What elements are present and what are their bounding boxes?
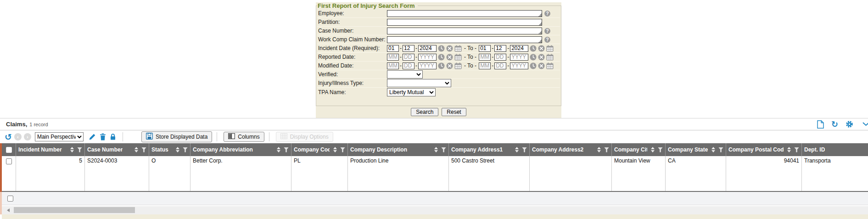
incident-from-year-input[interactable] <box>418 45 437 52</box>
undo-icon[interactable]: ↺ <box>5 133 12 141</box>
clear-icon[interactable] <box>538 54 545 61</box>
clock-icon[interactable] <box>438 45 445 52</box>
select-all-checkbox[interactable] <box>6 147 12 153</box>
modified-from-day-input[interactable] <box>403 62 414 69</box>
row-checkbox[interactable] <box>6 158 12 164</box>
filter-funnel-icon[interactable] <box>718 147 723 152</box>
clear-icon[interactable] <box>538 45 545 52</box>
sort-icon[interactable] <box>787 147 791 152</box>
lock-icon[interactable] <box>110 133 116 140</box>
reported-to-month-input[interactable] <box>479 54 491 61</box>
clear-icon[interactable] <box>446 45 453 52</box>
refresh-icon[interactable]: ↻ <box>831 120 838 129</box>
sort-icon[interactable] <box>277 147 280 152</box>
incident-from-day-input[interactable] <box>403 45 414 52</box>
column-header-company-postal-code[interactable]: Company Postal Code <box>726 143 802 156</box>
column-header-status[interactable]: Status <box>149 143 190 156</box>
sort-icon[interactable] <box>134 147 138 152</box>
clock-icon[interactable] <box>530 45 537 52</box>
verified-select[interactable] <box>387 70 423 79</box>
filter-funnel-icon[interactable] <box>604 147 609 152</box>
sort-icon[interactable] <box>434 147 438 152</box>
sort-icon[interactable] <box>597 147 601 152</box>
clock-icon[interactable] <box>438 62 445 69</box>
case-number-input[interactable] <box>387 28 542 34</box>
sort-icon[interactable] <box>176 147 179 152</box>
clear-icon[interactable] <box>446 62 453 69</box>
modified-to-day-input[interactable] <box>494 62 506 69</box>
edit-pencil-icon[interactable] <box>89 133 96 140</box>
select-all-header-cell[interactable] <box>2 143 16 156</box>
incident-to-day-input[interactable] <box>494 45 506 52</box>
sort-icon[interactable] <box>333 147 337 152</box>
reported-to-year-input[interactable] <box>510 54 528 61</box>
filter-funnel-icon[interactable] <box>340 147 345 152</box>
help-icon[interactable]: ? <box>544 28 550 34</box>
row-select-cell[interactable] <box>2 156 16 191</box>
column-header-company-abbreviation[interactable]: Company Abbreviation <box>190 143 291 156</box>
calendar-icon[interactable] <box>546 62 554 69</box>
new-document-icon[interactable] <box>817 120 824 129</box>
filter-funnel-icon[interactable] <box>658 147 663 152</box>
filter-funnel-icon[interactable] <box>522 147 527 152</box>
calendar-icon[interactable] <box>546 54 554 61</box>
perspective-select[interactable]: Main Perspective <box>35 132 84 141</box>
column-header-case-number[interactable]: Case Number <box>85 143 149 156</box>
delete-trash-icon[interactable] <box>100 133 106 140</box>
partition-input[interactable] <box>387 19 542 26</box>
injury-type-select[interactable] <box>387 79 451 87</box>
search-button[interactable]: Search <box>411 108 438 116</box>
column-header-company-state[interactable]: Company State <box>666 143 726 156</box>
clear-icon[interactable] <box>538 62 545 69</box>
help-icon[interactable]: ? <box>544 11 550 17</box>
calendar-icon[interactable] <box>454 54 462 61</box>
reset-button[interactable]: Reset <box>442 108 466 116</box>
settings-gear-icon[interactable] <box>846 120 853 128</box>
calendar-icon[interactable] <box>454 62 462 69</box>
employee-input[interactable] <box>387 10 542 17</box>
clock-icon[interactable] <box>530 62 537 69</box>
incident-from-month-input[interactable] <box>387 45 399 52</box>
grid-data-row[interactable]: 5S2024-0003OBetter Corp.PLProduction Lin… <box>2 156 868 192</box>
sort-icon[interactable] <box>515 147 519 152</box>
clear-icon[interactable] <box>446 54 453 61</box>
column-header-company-city[interactable]: Company City <box>612 143 666 156</box>
filter-funnel-icon[interactable] <box>77 147 82 152</box>
store-displayed-data-button[interactable]: Store Displayed Data <box>141 131 212 142</box>
column-header-incident-number[interactable]: Incident Number <box>16 143 85 156</box>
sort-icon[interactable] <box>70 147 74 152</box>
tpa-select[interactable]: Liberty Mutual <box>387 88 436 96</box>
calendar-icon[interactable] <box>546 45 554 52</box>
filter-funnel-icon[interactable] <box>141 147 146 152</box>
column-header-dept-id[interactable]: Dept. ID <box>802 143 868 156</box>
column-header-company-description[interactable]: Company Description <box>348 143 449 156</box>
scroll-left-arrow-icon[interactable] <box>7 208 10 212</box>
calendar-icon[interactable] <box>454 45 462 52</box>
reported-from-year-input[interactable] <box>418 54 437 61</box>
modified-to-year-input[interactable] <box>510 62 528 69</box>
horizontal-scrollbar[interactable] <box>2 206 868 214</box>
work-comp-input[interactable] <box>387 36 542 43</box>
collapse-chevron-icon[interactable] <box>862 122 868 126</box>
sort-icon[interactable] <box>651 147 655 152</box>
clock-icon[interactable] <box>530 54 537 61</box>
modified-from-month-input[interactable] <box>387 62 399 69</box>
modified-from-year-input[interactable] <box>418 62 437 69</box>
sort-icon[interactable] <box>711 147 715 152</box>
scrollbar-thumb[interactable] <box>14 207 135 213</box>
columns-button[interactable]: Columns <box>224 132 264 142</box>
column-header-company-address1[interactable]: Company Address1 <box>449 143 530 156</box>
reported-from-month-input[interactable] <box>387 54 399 61</box>
reported-from-day-input[interactable] <box>403 54 414 61</box>
column-header-company-code[interactable]: Company Code <box>291 143 348 156</box>
filter-funnel-icon[interactable] <box>284 147 289 152</box>
clock-icon[interactable] <box>438 54 445 61</box>
filter-funnel-icon[interactable] <box>183 147 188 152</box>
reported-to-day-input[interactable] <box>494 54 506 61</box>
incident-to-year-input[interactable] <box>510 45 528 52</box>
incident-to-month-input[interactable] <box>479 45 491 52</box>
filter-funnel-icon[interactable] <box>441 147 446 152</box>
footer-checkbox[interactable] <box>7 196 13 202</box>
column-header-company-address2[interactable]: Company Address2 <box>530 143 612 156</box>
filter-funnel-icon[interactable] <box>794 147 799 152</box>
